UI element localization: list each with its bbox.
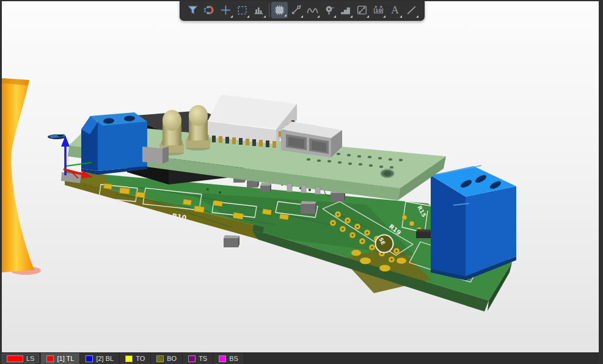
crosshair-icon bbox=[220, 4, 232, 16]
layer-tabs-bar: LS [1] TL [2] BL TO BO TS BS bbox=[0, 352, 603, 364]
layer-tab-bs[interactable]: BS bbox=[213, 353, 244, 364]
layer-color-swatch bbox=[156, 355, 164, 362]
dropdown-indicator-icon bbox=[400, 15, 402, 18]
layer-tab-label: LS bbox=[26, 355, 34, 362]
dimension-icon: 10 bbox=[373, 4, 384, 16]
layer-tab-label: [1] TL bbox=[57, 355, 74, 362]
tool-dimension-button[interactable]: 10 bbox=[370, 1, 387, 20]
tool-measure-button[interactable] bbox=[354, 1, 370, 20]
led-2 bbox=[186, 105, 210, 151]
svg-text:10: 10 bbox=[375, 8, 382, 13]
window-border bbox=[0, 0, 603, 1]
tool-route-button[interactable] bbox=[288, 1, 304, 20]
layer-tab-ts[interactable]: TS bbox=[183, 353, 213, 364]
dropdown-indicator-icon bbox=[317, 15, 320, 18]
route-icon bbox=[290, 4, 302, 16]
via-icon bbox=[323, 4, 335, 16]
layer-color-swatch bbox=[86, 355, 93, 362]
floating-toolbar: 10 A bbox=[180, 0, 425, 21]
tool-text-button[interactable]: A bbox=[387, 1, 403, 20]
tune-wave-icon bbox=[307, 4, 318, 16]
layer-tab-to[interactable]: TO bbox=[120, 353, 151, 364]
dropdown-indicator-icon bbox=[263, 15, 266, 18]
dropdown-indicator-icon bbox=[416, 15, 418, 18]
terminal-bracket bbox=[142, 147, 169, 164]
tool-tune-button[interactable] bbox=[304, 1, 321, 20]
layer-tab-label: [2] BL bbox=[96, 355, 114, 362]
label-p4: P4 bbox=[238, 239, 249, 249]
dropdown-indicator-icon bbox=[247, 15, 249, 18]
tool-crosshair-button[interactable] bbox=[217, 1, 234, 20]
layer-color-swatch bbox=[46, 355, 54, 362]
layer-color-swatch bbox=[125, 355, 133, 362]
layer-tab-bl[interactable]: [2] BL bbox=[80, 353, 120, 364]
viewport-3d[interactable]: R10 P4 R19 R15 SE J2 bbox=[0, 0, 603, 352]
line-icon bbox=[406, 4, 417, 16]
dropdown-indicator-icon bbox=[367, 15, 369, 18]
tool-via-button[interactable] bbox=[321, 1, 337, 20]
dropdown-indicator-icon bbox=[301, 15, 303, 18]
tool-polygon-button[interactable] bbox=[337, 1, 354, 20]
layer-tab-tl[interactable]: [1] TL bbox=[41, 353, 80, 364]
filter-funnel-icon bbox=[187, 4, 199, 16]
tool-area-select-button[interactable] bbox=[234, 1, 250, 20]
terminal-block-right[interactable] bbox=[431, 166, 516, 280]
layer-tab-label: BS bbox=[229, 355, 238, 362]
tool-layer-stack-button[interactable] bbox=[250, 1, 267, 20]
measure-icon bbox=[356, 4, 368, 16]
dropdown-indicator-icon bbox=[383, 15, 386, 18]
layer-tab-label: TO bbox=[136, 355, 145, 362]
layer-tab-label: BO bbox=[167, 355, 177, 362]
tool-filter-button[interactable] bbox=[185, 1, 201, 20]
tool-magnet-button[interactable] bbox=[201, 1, 217, 20]
svg-text:A: A bbox=[391, 4, 399, 16]
window-border bbox=[0, 0, 2, 364]
dropdown-indicator-icon bbox=[350, 15, 353, 18]
floating-component[interactable] bbox=[48, 134, 66, 140]
dropdown-indicator-icon bbox=[334, 15, 336, 18]
tool-place-component-button[interactable] bbox=[271, 2, 288, 18]
polygon-step-icon bbox=[340, 4, 351, 16]
text-string-icon: A bbox=[389, 4, 401, 16]
layer-color-swatch bbox=[7, 355, 23, 362]
layer-color-swatch bbox=[219, 355, 226, 362]
layer-color-swatch bbox=[188, 355, 196, 362]
magnet-snap-icon bbox=[203, 4, 215, 16]
layer-tab-label: TS bbox=[199, 355, 207, 362]
window-border bbox=[599, 0, 603, 364]
layer-stack-icon bbox=[253, 4, 265, 16]
highlighted-object-orange[interactable] bbox=[2, 78, 41, 275]
layer-tab-bo[interactable]: BO bbox=[151, 353, 183, 364]
dropdown-indicator-icon bbox=[284, 14, 287, 16]
layer-tab-ls[interactable]: LS bbox=[2, 354, 39, 363]
tool-line-button[interactable] bbox=[403, 1, 420, 20]
toolbar-separator bbox=[269, 4, 269, 17]
label-r10: R10 bbox=[172, 212, 188, 222]
pcb-3d-viewer-window: R10 P4 R19 R15 SE J2 bbox=[0, 0, 603, 364]
dropdown-indicator-icon bbox=[230, 15, 233, 18]
area-select-icon bbox=[236, 4, 248, 16]
